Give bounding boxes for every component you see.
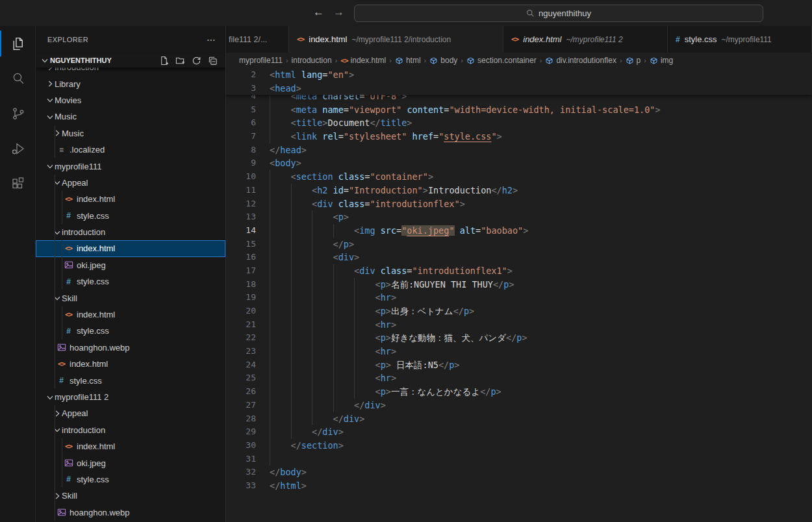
- tree-file-index-html[interactable]: <>index.html: [36, 306, 225, 323]
- activity-search[interactable]: [0, 61, 36, 96]
- code-line-5[interactable]: 5<meta name="viewport" content="width=de…: [226, 103, 812, 117]
- code-line-29[interactable]: 29</div>: [226, 425, 812, 439]
- new-folder-icon[interactable]: [175, 56, 185, 66]
- activity-extensions[interactable]: [0, 166, 36, 201]
- image-file-icon: [56, 508, 67, 517]
- code-line-15[interactable]: 15</p>: [226, 238, 812, 251]
- code-line-23[interactable]: 23<hr>: [226, 345, 812, 358]
- tree-item-label: style.css: [77, 326, 109, 336]
- tab-description: ~/myprofile111 2/introduction: [352, 35, 451, 44]
- code-line-12[interactable]: 12<div class="introdutionflex">: [226, 197, 812, 211]
- tree-folder-music[interactable]: Music: [36, 125, 225, 142]
- code-line-6[interactable]: 6<title>Document</title>: [226, 116, 812, 130]
- tree-file-index-html[interactable]: <>index.html: [36, 240, 225, 256]
- nav-back-button[interactable]: ←: [313, 6, 324, 19]
- code-line-16[interactable]: 16<div>: [226, 251, 812, 264]
- tree-folder-myprofile111[interactable]: myprofile111: [36, 158, 225, 174]
- workspace-section-header[interactable]: NGUYENTHITHUY: [36, 53, 225, 68]
- tree-file-style-css[interactable]: #style.css: [36, 273, 225, 290]
- breadcrumb-index-html[interactable]: <>index.html: [340, 56, 386, 65]
- tree-folder-introduction[interactable]: introduction: [36, 224, 225, 240]
- breadcrumb-html[interactable]: html: [395, 56, 421, 65]
- tree-file-style-css[interactable]: #style.css: [36, 208, 225, 224]
- collapse-all-icon[interactable]: [208, 56, 218, 66]
- code-line-33[interactable]: 33</html>: [226, 479, 812, 493]
- code-line-19[interactable]: 19<hr>: [226, 291, 812, 304]
- code-line-26[interactable]: 26<p>一言：なんとかなるよ</p>: [226, 385, 812, 399]
- code-line-27[interactable]: 27</div>: [226, 399, 812, 412]
- tree-file-oki-jpeg[interactable]: oki.jpeg: [36, 257, 225, 273]
- breadcrumb-body[interactable]: body: [429, 56, 457, 65]
- nav-forward-button[interactable]: →: [333, 6, 344, 19]
- indent-guide: [291, 264, 312, 278]
- code-line-13[interactable]: 13<p>: [226, 210, 812, 224]
- tree-item-label: Music: [55, 112, 77, 121]
- line-number: 5: [226, 103, 256, 117]
- tree-folder-skill[interactable]: Skill: [36, 488, 225, 504]
- code-line-20[interactable]: 20<p>出身：ベトナム</p>: [226, 304, 812, 318]
- explorer-more-button[interactable]: ⋯: [207, 34, 216, 45]
- code-line-25[interactable]: 25<hr>: [226, 371, 812, 385]
- code-line-10[interactable]: 10<section class="container">: [226, 170, 812, 184]
- indent-guide: [312, 412, 333, 426]
- code-line-17[interactable]: 17<div class="introdutionflex1">: [226, 264, 812, 278]
- breadcrumb-section-container[interactable]: section.container: [466, 56, 537, 65]
- tree-file-hoanghon-webp[interactable]: hoanghon.webp: [36, 504, 225, 521]
- code-line-32[interactable]: 32</body>: [226, 466, 812, 479]
- breadcrumb-p[interactable]: p: [626, 56, 641, 65]
- tree-indent-guide: [62, 438, 62, 454]
- chev-down-icon: [45, 112, 55, 121]
- indent-guide: [291, 331, 312, 345]
- code-line-9[interactable]: 9<body>: [226, 156, 812, 170]
- refresh-icon[interactable]: [192, 56, 201, 66]
- code-line-28[interactable]: 28</div>: [226, 412, 812, 426]
- tree-folder-skill[interactable]: Skill: [36, 290, 225, 306]
- breadcrumb-div-introdutionflex[interactable]: div.introdutionflex: [545, 56, 616, 65]
- activity-explorer[interactable]: [0, 26, 36, 61]
- code-line-14[interactable]: 14<img src="oki.jpeg" alt="baobao">: [226, 224, 812, 238]
- code-line-24[interactable]: 24<p> 日本語:N5</p>: [226, 358, 812, 372]
- code-line-22[interactable]: 22<p>好きな動物：猫、犬、パンダ</p>: [226, 331, 812, 345]
- tree-folder-library[interactable]: Library: [36, 75, 225, 92]
- tree-file-oki-jpeg[interactable]: oki.jpeg: [36, 454, 225, 471]
- new-file-icon[interactable]: [159, 56, 169, 66]
- indent-guide: [291, 224, 312, 238]
- command-center-search[interactable]: nguyenthithuy: [354, 5, 763, 22]
- tree-folder-movies[interactable]: Movies: [36, 92, 225, 108]
- tree-folder-myprofile111-2[interactable]: myprofile111 2: [36, 389, 225, 405]
- code-editor[interactable]: 4<meta charset="UTF-8">5<meta name="view…: [226, 68, 812, 522]
- tree-file-style-css[interactable]: #style.css: [36, 372, 225, 388]
- tree-file-index-html[interactable]: <>index.html: [36, 191, 225, 207]
- code-line-31[interactable]: 31: [226, 453, 812, 466]
- title-bar: ← → nguyenthithuy: [0, 0, 812, 26]
- tree-folder-appeal[interactable]: Appeal: [36, 405, 225, 421]
- code-line-18[interactable]: 18<p>名前:NGUYEN THI THUY</p>: [226, 278, 812, 292]
- tree-indent-guide: [55, 240, 55, 256]
- breadcrumb-introduction[interactable]: introduction: [292, 56, 332, 65]
- tree-folder-appeal[interactable]: Appeal: [36, 175, 225, 191]
- activity-run-debug[interactable]: [0, 131, 36, 166]
- tree-file-index-html[interactable]: <>index.html: [36, 438, 225, 454]
- tab-index-html[interactable]: <>index.html~/myprofile111 2: [503, 26, 668, 53]
- code-line-7[interactable]: 7<link rel="stylesheet" href="style.css"…: [226, 130, 812, 143]
- indent-guide: [291, 238, 312, 251]
- tree-file-style-css[interactable]: #style.css: [36, 471, 225, 488]
- line-number: 2: [226, 68, 256, 82]
- tab-style-css[interactable]: #style.css~/myprofile111: [668, 26, 812, 53]
- tab-file111-2-[interactable]: file111 2/...: [226, 26, 289, 53]
- code-line-11[interactable]: 11<h2 id="Introduction">Introduction</h2…: [226, 184, 812, 197]
- breadcrumb-myprofile111[interactable]: myprofile111: [239, 56, 283, 65]
- code-line-21[interactable]: 21<hr>: [226, 318, 812, 332]
- tree-folder-music[interactable]: Music: [36, 108, 225, 125]
- tree-file-index-html[interactable]: <>index.html: [36, 356, 225, 372]
- code-line-30[interactable]: 30</section>: [226, 439, 812, 453]
- tree-folder-introduction[interactable]: introduction: [36, 422, 225, 438]
- tree-file-hoanghon-webp[interactable]: hoanghon.webp: [36, 340, 225, 356]
- tab-index-html[interactable]: <>index.html~/myprofile111 2/introductio…: [289, 26, 503, 53]
- tree-file-style-css[interactable]: #style.css: [36, 323, 225, 339]
- list-file-icon: ≡: [56, 145, 67, 155]
- tree-file--localized[interactable]: ≡.localized: [36, 142, 225, 158]
- code-line-8[interactable]: 8</head>: [226, 143, 812, 157]
- breadcrumb-img[interactable]: img: [650, 56, 673, 65]
- activity-source-control[interactable]: [0, 96, 36, 131]
